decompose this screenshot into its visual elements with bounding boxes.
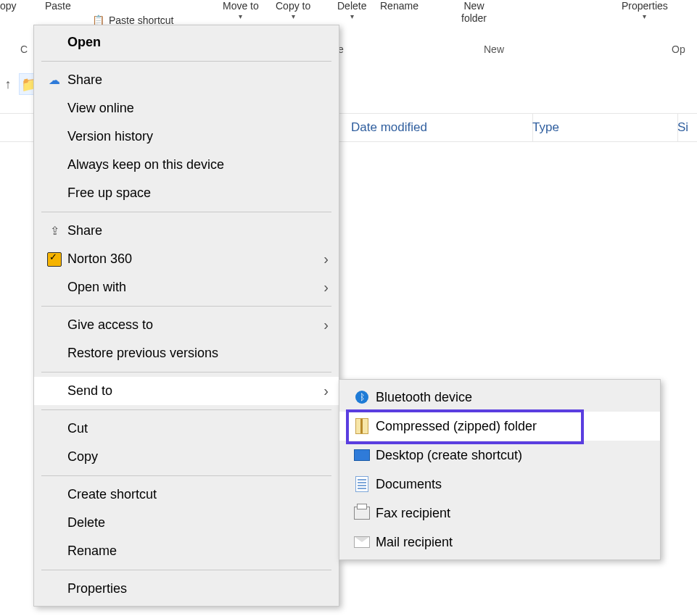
norton-icon — [41, 252, 67, 267]
ribbon-move-to[interactable]: Move to ▾ — [223, 0, 259, 21]
up-arrow-icon[interactable]: ↑ — [1, 77, 15, 92]
ribbon-new-folder[interactable]: New folder — [461, 0, 487, 25]
menu-restore-previous[interactable]: Restore previous versions — [34, 339, 339, 367]
ribbon-group-clipboard: C — [20, 43, 28, 55]
column-date-modified[interactable]: Date modified — [341, 114, 533, 141]
menu-share-label: Share — [67, 223, 329, 238]
ribbon-paste[interactable]: Paste — [45, 0, 71, 12]
menu-rename-label: Rename — [67, 544, 329, 559]
document-icon — [348, 476, 376, 492]
menu-open-with-label: Open with — [67, 280, 323, 295]
menu-create-shortcut-label: Create shortcut — [67, 487, 329, 502]
submenu-compressed[interactable]: Compressed (zipped) folder — [339, 412, 660, 441]
chevron-down-icon: ▾ — [350, 12, 354, 21]
ribbon-new-folder-label: New folder — [461, 0, 487, 25]
menu-norton[interactable]: Norton 360 › — [34, 245, 339, 273]
menu-share-onedrive[interactable]: ☁ Share — [34, 66, 339, 94]
column-size-label: Si — [677, 120, 688, 135]
ribbon-properties[interactable]: Properties ▾ — [622, 0, 668, 21]
ribbon-copy-to[interactable]: Copy to ▾ — [276, 0, 310, 21]
menu-version-history-label: Version history — [67, 129, 329, 144]
ribbon-rename-label: Rename — [380, 0, 418, 12]
menu-rename[interactable]: Rename — [34, 537, 339, 565]
menu-properties[interactable]: Properties — [34, 575, 339, 603]
menu-free-up-space-label: Free up space — [67, 186, 329, 201]
ribbon-rename[interactable]: Rename — [380, 0, 418, 12]
desktop-icon — [348, 449, 376, 461]
ribbon-delete-label: Delete — [337, 0, 366, 12]
share-icon: ⇪ — [41, 224, 67, 238]
bluetooth-icon: ᛒ — [348, 391, 376, 404]
chevron-down-icon: ▾ — [643, 12, 646, 21]
menu-give-access-to[interactable]: Give access to › — [34, 311, 339, 339]
menu-cut-label: Cut — [67, 421, 329, 436]
ribbon-properties-label: Properties — [622, 0, 668, 12]
ribbon-copy[interactable]: opy — [0, 0, 17, 12]
menu-properties-label: Properties — [67, 581, 329, 596]
menu-give-access-to-label: Give access to — [67, 317, 323, 333]
menu-delete[interactable]: Delete — [34, 509, 339, 537]
menu-open-label: Open — [67, 35, 329, 50]
menu-version-history[interactable]: Version history — [34, 122, 339, 151]
menu-create-shortcut[interactable]: Create shortcut — [34, 480, 339, 509]
column-type[interactable]: Type — [522, 114, 678, 141]
menu-view-online[interactable]: View online — [34, 94, 339, 122]
ribbon-group-new: New — [484, 43, 504, 55]
ribbon-paste-label: Paste — [45, 0, 71, 12]
menu-send-to-label: Send to — [67, 383, 323, 399]
mail-icon — [348, 536, 376, 548]
menu-copy-label: Copy — [67, 449, 329, 465]
menu-copy[interactable]: Copy — [34, 443, 339, 471]
fax-icon — [348, 507, 376, 520]
submenu-documents-label: Documents — [376, 477, 442, 492]
menu-restore-previous-label: Restore previous versions — [67, 346, 329, 361]
menu-share-onedrive-label: Share — [67, 72, 329, 88]
chevron-right-icon: › — [323, 279, 329, 296]
ribbon-delete[interactable]: Delete ▾ — [337, 0, 366, 21]
chevron-down-icon: ▾ — [239, 12, 242, 21]
menu-send-to[interactable]: Send to › — [34, 377, 339, 405]
menu-separator — [41, 61, 331, 62]
submenu-bluetooth[interactable]: ᛒ Bluetooth device — [339, 383, 660, 412]
menu-open-with[interactable]: Open with › — [34, 273, 339, 301]
column-type-label: Type — [532, 120, 559, 135]
menu-share[interactable]: ⇪ Share — [34, 217, 339, 245]
send-to-submenu: ᛒ Bluetooth device Compressed (zipped) f… — [339, 379, 661, 560]
menu-separator — [41, 372, 331, 372]
submenu-compressed-label: Compressed (zipped) folder — [376, 419, 537, 434]
menu-always-keep[interactable]: Always keep on this device — [34, 151, 339, 179]
chevron-right-icon: › — [323, 317, 329, 333]
column-size[interactable]: Si — [667, 114, 697, 141]
submenu-mail[interactable]: Mail recipient — [339, 528, 660, 557]
menu-norton-label: Norton 360 — [67, 251, 323, 267]
ribbon-copy-to-label: Copy to — [276, 0, 310, 12]
ribbon-move-to-label: Move to — [223, 0, 259, 12]
submenu-fax-label: Fax recipient — [376, 506, 450, 521]
menu-view-online-label: View online — [67, 101, 329, 116]
zip-icon — [348, 418, 376, 434]
menu-separator — [41, 475, 331, 476]
column-date-modified-label: Date modified — [351, 120, 427, 135]
submenu-bluetooth-label: Bluetooth device — [376, 390, 472, 405]
menu-separator — [41, 306, 331, 307]
menu-open[interactable]: Open — [34, 28, 339, 57]
menu-delete-label: Delete — [67, 515, 329, 530]
menu-separator — [41, 570, 331, 570]
ribbon-copy-label: opy — [0, 0, 17, 12]
cloud-icon: ☁ — [41, 73, 67, 87]
submenu-desktop-shortcut[interactable]: Desktop (create shortcut) — [339, 441, 660, 470]
submenu-documents[interactable]: Documents — [339, 470, 660, 499]
menu-cut[interactable]: Cut — [34, 415, 339, 443]
chevron-right-icon: › — [323, 383, 329, 399]
menu-free-up-space[interactable]: Free up space — [34, 179, 339, 207]
menu-separator — [41, 409, 331, 410]
submenu-mail-label: Mail recipient — [376, 535, 453, 550]
ribbon-group-open: Op — [672, 43, 685, 55]
chevron-right-icon: › — [323, 251, 329, 267]
submenu-desktop-shortcut-label: Desktop (create shortcut) — [376, 448, 522, 463]
menu-always-keep-label: Always keep on this device — [67, 157, 329, 172]
chevron-down-icon: ▾ — [292, 12, 295, 21]
context-menu: Open ☁ Share View online Version history… — [33, 25, 339, 607]
menu-separator — [41, 212, 331, 212]
submenu-fax[interactable]: Fax recipient — [339, 499, 660, 528]
